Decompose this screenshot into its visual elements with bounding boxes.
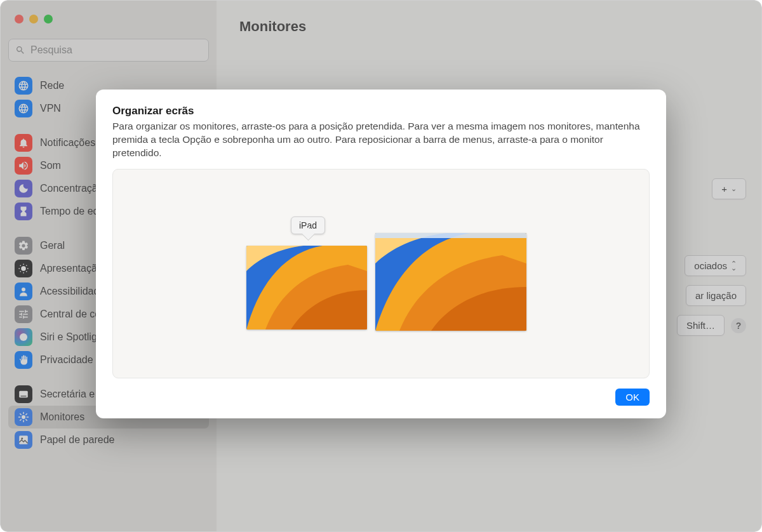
arrange-displays-dialog: Organizar ecrãs Para organizar os monito… (96, 90, 666, 418)
dialog-title: Organizar ecrãs (112, 105, 650, 117)
dialog-description: Para organizar os monitores, arraste-os … (112, 120, 650, 160)
display-thumb-main[interactable] (375, 233, 526, 331)
display-arrange-canvas[interactable]: iPad (112, 169, 650, 378)
ok-button[interactable]: OK (615, 389, 650, 406)
system-settings-window: Pesquisa RedeVPNNotificaçõesSomConcentra… (0, 0, 762, 532)
display-thumb-ipad[interactable] (246, 246, 367, 329)
menubar-indicator[interactable] (375, 233, 526, 238)
display-tooltip: iPad (291, 216, 325, 234)
wallpaper-icon (375, 233, 526, 331)
wallpaper-icon (246, 246, 367, 329)
